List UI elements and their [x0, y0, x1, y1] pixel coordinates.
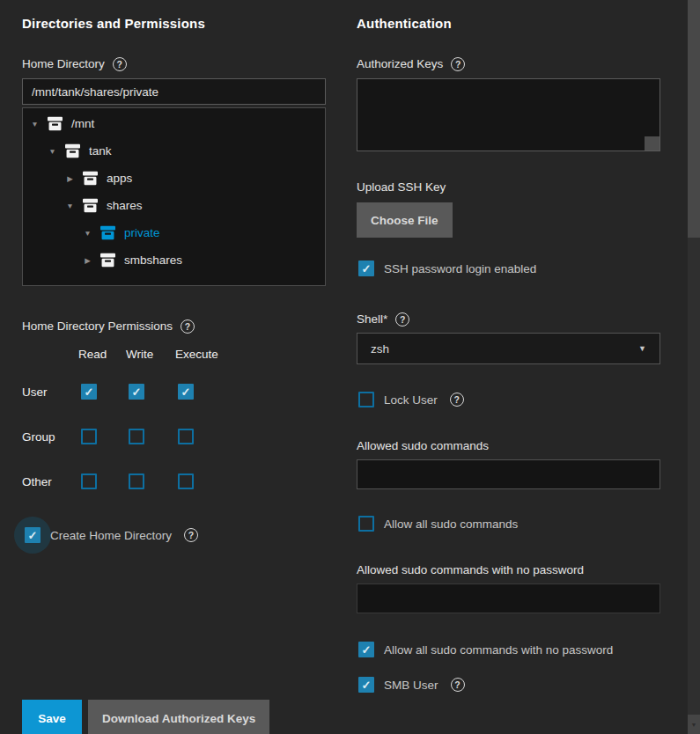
allow-all-sudo-commands-nopasswd-label: Allow all sudo commands with no password: [384, 643, 613, 657]
tree-item-apps[interactable]: apps: [23, 165, 325, 192]
ssh-password-login-label: SSH password login enabled: [384, 262, 536, 275]
scrollbar-thumb[interactable]: [688, 0, 700, 238]
allow-all-sudo-commands-row: Allow all sudo commands: [358, 516, 660, 532]
home-directory-input[interactable]: [22, 78, 326, 105]
tree-item-label: /mnt: [71, 117, 94, 130]
form-actions: Save Download Authorized Keys: [22, 700, 269, 734]
create-home-directory-label: Create Home Directory: [50, 529, 172, 542]
help-icon[interactable]: [395, 312, 409, 327]
section-title-authentication: Authentication: [357, 16, 660, 31]
expand-arrow-icon[interactable]: [64, 202, 76, 210]
tree-item-label: shares: [107, 199, 143, 212]
tree-item-label: tank: [89, 144, 112, 158]
lock-user-checkbox[interactable]: [358, 392, 374, 407]
perm-column-read: Read: [78, 348, 126, 361]
allow-all-sudo-commands-nopasswd-checkbox[interactable]: [358, 642, 374, 657]
scrollbar-down-button[interactable]: [688, 715, 700, 734]
authorized-keys-textarea[interactable]: [357, 78, 660, 151]
perm-checkbox-group-execute[interactable]: [178, 429, 194, 444]
expand-arrow-icon[interactable]: [29, 120, 41, 128]
tree-item-mnt[interactable]: /mnt: [23, 110, 325, 137]
perm-checkbox-group-read[interactable]: [81, 429, 97, 444]
perm-column-execute: Execute: [175, 348, 232, 361]
tree-item-label: private: [124, 226, 160, 239]
tree-item-shares[interactable]: shares: [23, 192, 325, 219]
perm-checkbox-other-read[interactable]: [81, 473, 97, 489]
dataset-icon: [99, 225, 116, 240]
allowed-sudo-commands-input[interactable]: [357, 459, 660, 489]
dataset-icon: [64, 143, 81, 158]
allowed-sudo-commands-nopasswd-label: Allowed sudo commands with no password: [357, 563, 584, 577]
user-form-page: Directories and Permissions Home Directo…: [0, 0, 700, 734]
shell-select-value: zsh: [371, 342, 389, 356]
allowed-sudo-commands-label-row: Allowed sudo commands: [357, 439, 660, 453]
tree-item-label: smbshares: [124, 253, 182, 267]
authentication-section: Authentication Authorized Keys Upload SS…: [357, 0, 660, 693]
allowed-sudo-commands-label: Allowed sudo commands: [357, 439, 489, 453]
choose-file-button[interactable]: Choose File: [357, 202, 453, 238]
directory-tree: /mnt tank apps sh: [22, 107, 326, 286]
help-icon[interactable]: [451, 678, 465, 692]
smb-user-row: SMB User: [358, 677, 660, 693]
perm-checkbox-user-read[interactable]: [81, 384, 97, 400]
create-home-directory-checkbox[interactable]: [25, 527, 41, 543]
textarea-resize-handle[interactable]: [645, 136, 659, 150]
help-icon[interactable]: [113, 57, 127, 71]
tree-item-private[interactable]: private: [23, 219, 325, 246]
shell-label-row: Shell*: [357, 312, 660, 327]
perm-column-write: Write: [126, 348, 175, 361]
expand-arrow-icon[interactable]: [64, 174, 76, 183]
lock-user-row: Lock User: [358, 392, 660, 407]
perm-row-other: Other: [22, 475, 78, 488]
tree-item-label: apps: [107, 172, 132, 185]
tree-item-tank[interactable]: tank: [23, 137, 325, 165]
help-icon[interactable]: [181, 319, 195, 334]
perm-checkbox-other-execute[interactable]: [178, 473, 194, 489]
perm-checkbox-group-write[interactable]: [129, 429, 144, 444]
lock-user-label: Lock User: [384, 393, 438, 407]
perm-checkbox-other-write[interactable]: [129, 473, 144, 489]
download-authorized-keys-button[interactable]: Download Authorized Keys: [88, 700, 269, 734]
page-scrollbar: [688, 0, 700, 734]
home-directory-permissions-label: Home Directory Permissions: [22, 319, 173, 334]
allow-all-sudo-commands-nopasswd-row: Allow all sudo commands with no password: [358, 642, 660, 657]
shell-select[interactable]: zsh: [357, 333, 660, 364]
help-icon[interactable]: [184, 528, 198, 542]
permissions-grid: Read Write Execute User Group Other: [22, 348, 326, 489]
expand-arrow-icon[interactable]: [47, 147, 58, 156]
section-title-directories: Directories and Permissions: [22, 16, 326, 31]
smb-user-label: SMB User: [384, 679, 438, 692]
ssh-password-login-row: SSH password login enabled: [358, 261, 660, 276]
dataset-icon: [82, 171, 99, 186]
ssh-password-login-checkbox[interactable]: [358, 261, 374, 276]
allow-all-sudo-commands-checkbox[interactable]: [358, 516, 374, 532]
perm-row-user: User: [22, 385, 78, 399]
chevron-down-icon: [638, 344, 646, 353]
perm-checkbox-user-write[interactable]: [129, 384, 144, 400]
save-button[interactable]: Save: [22, 700, 82, 734]
home-directory-permissions-label-row: Home Directory Permissions: [22, 319, 326, 334]
expand-arrow-icon[interactable]: [82, 229, 93, 238]
dataset-icon: [82, 198, 99, 213]
authorized-keys-label: Authorized Keys: [357, 57, 443, 71]
allowed-sudo-commands-nopasswd-label-row: Allowed sudo commands with no password: [357, 563, 660, 577]
home-directory-label: Home Directory: [22, 57, 105, 71]
directories-permissions-section: Directories and Permissions Home Directo…: [22, 0, 326, 734]
dataset-icon: [99, 253, 116, 268]
expand-arrow-icon[interactable]: [82, 256, 93, 265]
help-icon[interactable]: [450, 393, 464, 407]
perm-checkbox-user-execute[interactable]: [178, 384, 194, 400]
perm-row-group: Group: [22, 430, 78, 444]
dataset-icon: [47, 116, 63, 131]
create-home-directory-row: Create Home Directory: [25, 527, 326, 543]
tree-item-smbshares[interactable]: smbshares: [23, 246, 325, 274]
upload-ssh-key-label: Upload SSH Key: [357, 180, 446, 195]
allowed-sudo-commands-nopasswd-input[interactable]: [357, 584, 660, 613]
smb-user-checkbox[interactable]: [358, 677, 374, 693]
shell-label: Shell*: [357, 312, 387, 327]
help-icon[interactable]: [451, 57, 465, 71]
authorized-keys-label-row: Authorized Keys: [357, 57, 660, 71]
allow-all-sudo-commands-label: Allow all sudo commands: [384, 517, 518, 531]
home-directory-label-row: Home Directory: [22, 57, 326, 71]
upload-ssh-key-label-row: Upload SSH Key: [357, 180, 660, 195]
